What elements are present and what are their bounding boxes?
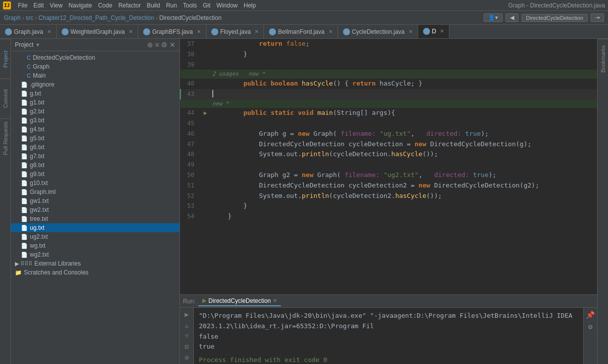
run-clear-btn[interactable]: ⊘ (182, 353, 192, 362)
panel-btn-pull-requests[interactable]: Pull Requests (0, 118, 10, 158)
sidebar-item-graph[interactable]: C Graph (11, 62, 179, 71)
tab-graph-bfs[interactable]: GraphBFS.java ✕ (138, 25, 206, 38)
line-code[interactable] (210, 89, 597, 99)
menu-window[interactable]: Window (213, 2, 241, 9)
sidebar-item-g6-txt[interactable]: 📄 g6.txt (11, 143, 179, 152)
sidebar-locate-btn[interactable]: ⊕ (147, 41, 153, 49)
panel-btn-bookmarks[interactable]: Bookmarks (598, 39, 608, 79)
sidebar-item-wg2-txt[interactable]: 📄 wg2.txt (11, 250, 179, 259)
sidebar-item-g3-txt[interactable]: 📄 g3.txt (11, 116, 179, 125)
line-code (210, 160, 597, 170)
sidebar-item-g1-txt[interactable]: 📄 g1.txt (11, 98, 179, 107)
run-wrap-btn[interactable]: ⊡ (182, 342, 192, 351)
tab-weighted-graph-close[interactable]: ✕ (129, 29, 133, 34)
tab-floyed-close[interactable]: ✕ (255, 29, 259, 34)
nav-branch-btn[interactable]: DirectedCycleDetection (521, 14, 588, 22)
line-gutter (200, 170, 210, 181)
menu-run[interactable]: Run (163, 2, 180, 9)
sidebar-dropdown-icon[interactable]: ▾ (36, 41, 39, 48)
sidebar-item-wg-txt[interactable]: 📄 wg.txt (11, 241, 179, 250)
tab-bellman-ford-close[interactable]: ✕ (329, 29, 333, 34)
sidebar-item-directed-cycle-detection[interactable]: C DirectedCycleDetection (11, 53, 179, 62)
sidebar-item-external-libs[interactable]: ▶ ⠿⠿⠿ External Libraries (11, 259, 179, 268)
nav-expand-btn[interactable]: ⇥ (591, 13, 604, 22)
menu-navigate[interactable]: Navigate (66, 2, 95, 9)
tab-graph-java[interactable]: Graph.java ✕ (0, 25, 57, 38)
run-tab-directed-cycle[interactable]: ▶ DirectedCycleDetection ✕ (198, 296, 280, 306)
run-tab-close[interactable]: ✕ (273, 298, 277, 303)
run-output-finished: Process finished with exit code 0 (199, 355, 578, 364)
sidebar-item-g10-txt[interactable]: 📄 g10.txt (11, 179, 179, 187)
run-settings-btn[interactable]: ⚙ (586, 322, 596, 332)
sidebar-item-g7-txt[interactable]: 📄 g7.txt (11, 152, 179, 161)
sidebar-item-label: gw2.txt (30, 206, 49, 213)
menu-git[interactable]: Git (200, 2, 213, 9)
sidebar-item-label: ug.txt (30, 224, 44, 231)
menu-view[interactable]: View (47, 2, 66, 9)
line-number: 50 (180, 170, 200, 181)
run-play-btn[interactable]: ▶ (182, 310, 192, 319)
menu-edit[interactable]: Edit (30, 2, 47, 9)
code-line-44: 44 ▶ public static void main(String[] ar… (180, 108, 597, 118)
sidebar-item-label: External Libraries (34, 260, 81, 267)
nav-back-btn[interactable]: 👤▾ (484, 13, 503, 22)
sidebar-item-g-txt[interactable]: 📄 g.txt (11, 89, 179, 98)
sidebar-item-tree-txt[interactable]: 📄 tree.txt (11, 214, 179, 223)
sidebar-close-btn[interactable]: ✕ (170, 41, 175, 49)
panel-btn-commit[interactable]: Commit (0, 79, 10, 118)
sidebar-item-gw1-txt[interactable]: 📄 gw1.txt (11, 196, 179, 205)
nav-package[interactable]: Chapter12_Directed_Path_Cycle_Detection (38, 14, 154, 21)
menu-help[interactable]: Help (241, 2, 259, 9)
expand-icon: ▶ ⠿⠿⠿ (15, 261, 32, 267)
sidebar-item-graph-iml[interactable]: 📄 Graph.iml (11, 187, 179, 196)
tab-graph-java-close[interactable]: ✕ (47, 29, 51, 34)
line-number: 40 (180, 79, 200, 89)
menu-refactor[interactable]: Refactor (115, 2, 144, 9)
menu-code[interactable]: Code (95, 2, 115, 9)
line-number: 44 (180, 108, 200, 118)
line-gutter (200, 139, 210, 150)
nav-src[interactable]: src (25, 14, 33, 21)
tab-weighted-graph-icon (62, 28, 69, 35)
code-line-43: 43 (180, 89, 597, 99)
txt-icon: 📄 (21, 108, 28, 115)
sidebar-item-ug2-txt[interactable]: 📄 ug2.txt (11, 232, 179, 241)
run-button-44[interactable]: ▶ (203, 109, 207, 116)
sidebar-item-g2-txt[interactable]: 📄 g2.txt (11, 107, 179, 116)
sidebar-item-label: g3.txt (30, 117, 44, 124)
hint-text: 2 usages new * (210, 70, 597, 79)
tab-directed-cycle-close[interactable]: ✕ (440, 28, 444, 34)
panel-btn-project[interactable]: Project (0, 39, 10, 79)
nav-forward-btn[interactable]: ◀ (506, 13, 519, 22)
nav-graph[interactable]: Graph (4, 14, 20, 21)
sidebar-item-g9-txt[interactable]: 📄 g9.txt (11, 170, 179, 179)
sidebar-item-g8-txt[interactable]: 📄 g8.txt (11, 161, 179, 170)
sidebar-item-gitignore[interactable]: 📄 .gitignore (11, 80, 179, 89)
sidebar-settings-btn[interactable]: ⚙ (161, 41, 168, 49)
sidebar-item-gw2-txt[interactable]: 📄 gw2.txt (11, 205, 179, 214)
tab-graph-bfs-close[interactable]: ✕ (197, 29, 201, 34)
tab-weighted-graph[interactable]: WeightedGraph.java ✕ (57, 25, 138, 38)
sidebar-title: Project (15, 41, 33, 48)
sidebar-item-scratches[interactable]: 📁 Scratches and Consoles (11, 268, 179, 277)
txt-icon: 📄 (21, 126, 28, 133)
tab-cycle-detection[interactable]: CycleDetection.java ✕ (338, 25, 418, 38)
code-content[interactable]: 37 return false; 38 } 39 (180, 39, 597, 294)
nav-current-file: DirectedCycleDetection (159, 14, 221, 21)
menu-tools[interactable]: Tools (180, 2, 200, 9)
sidebar-item-g4-txt[interactable]: 📄 g4.txt (11, 125, 179, 134)
sidebar-item-main[interactable]: C Main (11, 71, 179, 80)
tab-cycle-detection-close[interactable]: ✕ (409, 29, 413, 34)
tab-directed-cycle[interactable]: D ✕ (418, 25, 450, 38)
tab-floyed[interactable]: Floyed.java ✕ (206, 25, 264, 38)
menu-build[interactable]: Build (144, 2, 163, 9)
sidebar-item-ug-txt[interactable]: 📄 ug.txt (11, 223, 179, 232)
line-code: DirectedCycleDetection cycleDetection2 =… (210, 181, 597, 191)
sidebar-collapse-btn[interactable]: ≡ (155, 41, 159, 49)
txt-icon: 📄 (21, 252, 28, 258)
sidebar-item-g5-txt[interactable]: 📄 g5.txt (11, 134, 179, 143)
run-pin-btn[interactable]: 📌 (586, 310, 596, 320)
tab-bellman-ford[interactable]: BellmanFord.java ✕ (264, 25, 338, 38)
line-number: 49 (180, 160, 200, 170)
menu-file[interactable]: File (15, 2, 30, 9)
